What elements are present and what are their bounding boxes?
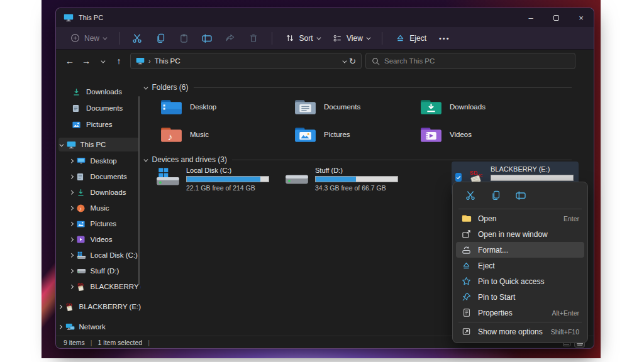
sidebar-label: BLACKBERRY (E:) [79, 303, 142, 310]
sidebar-item-documents-pinned[interactable]: Documents [72, 101, 123, 115]
menu-item-eject[interactable]: Eject [456, 258, 584, 273]
folder-tile-desktop[interactable]: Desktop [160, 95, 282, 119]
menu-divider [458, 322, 582, 322]
sidebar-item-videos[interactable]: Videos [70, 233, 112, 246]
menu-label: Pin to Quick access [478, 277, 573, 286]
folder-tile-pictures[interactable]: Pictures [294, 123, 416, 146]
folder-tile-music[interactable]: ♪ Music [160, 123, 282, 146]
sidebar-item-pictures-pinned[interactable]: Pictures [72, 118, 113, 131]
collapse-icon[interactable] [144, 85, 148, 89]
sidebar-item-downloads[interactable]: Downloads [70, 185, 126, 199]
copy-button[interactable] [486, 188, 505, 203]
refresh-icon[interactable]: ↻ [349, 57, 356, 66]
cut-button[interactable] [461, 188, 480, 203]
copy-button[interactable] [150, 30, 171, 47]
section-divider [194, 87, 572, 88]
menu-item-open[interactable]: Open Enter [456, 211, 584, 226]
chevron-right-icon[interactable] [69, 269, 73, 273]
chevron-right-icon[interactable] [69, 238, 73, 241]
forward-button[interactable]: → [79, 53, 94, 69]
status-separator: | [148, 339, 150, 346]
sidebar-label: Downloads [86, 88, 122, 96]
menu-shortcut: Shift+F10 [551, 328, 579, 336]
menu-item-open-new-window[interactable]: Open in new window [456, 226, 584, 242]
tile-label: Documents [324, 103, 360, 111]
chevron-down-icon[interactable] [60, 142, 64, 146]
maximize-button[interactable] [543, 8, 569, 27]
tile-label: Music [190, 131, 209, 138]
sidebar-item-downloads-pinned[interactable]: Downloads [72, 85, 122, 99]
folder-tile-videos[interactable]: Videos [419, 123, 542, 146]
folder-tile-downloads[interactable]: Downloads [419, 95, 542, 119]
videos-folder-icon [419, 125, 443, 145]
star-icon [461, 277, 472, 286]
sidebar-item-network[interactable]: Network [58, 320, 106, 334]
up-button[interactable]: ↑ [111, 53, 126, 69]
chevron-right-icon[interactable] [69, 206, 73, 210]
chevron-right-icon[interactable] [69, 159, 73, 163]
eject-button[interactable]: Eject [390, 30, 431, 47]
delete-button[interactable] [243, 30, 264, 47]
titlebar[interactable]: This PC – × [56, 8, 594, 27]
sidebar-item-documents[interactable]: Documents [70, 170, 127, 184]
more-options-button[interactable]: ••• [434, 31, 455, 45]
paste-button[interactable] [174, 30, 194, 47]
ellipsis-icon: ••• [439, 35, 450, 42]
sidebar-item-blackberry-e-tree[interactable]: SD BLACKBERRY (E:) [70, 280, 141, 293]
sidebar-item-music[interactable]: ♪ Music [70, 201, 109, 215]
pin-icon [461, 292, 472, 302]
sidebar-item-local-disk-c[interactable]: Local Disk (C:) [70, 248, 138, 262]
rename-button[interactable] [197, 30, 218, 47]
sidebar-item-this-pc[interactable]: This PC [58, 138, 139, 151]
chevron-down-icon [101, 58, 105, 62]
chevron-right-icon[interactable] [69, 285, 73, 288]
sidebar-item-pictures[interactable]: Pictures [70, 217, 116, 231]
menu-item-properties[interactable]: Properties Alt+Enter [456, 305, 584, 321]
context-menu: Open Enter Open in new window Format... … [452, 182, 588, 343]
sidebar-item-desktop[interactable]: Desktop [70, 154, 117, 168]
sidebar-scrollbar[interactable] [138, 96, 140, 285]
properties-icon [461, 308, 472, 317]
sidebar-item-stuff-d[interactable]: Stuff (D:) [70, 264, 119, 278]
view-button[interactable]: View [327, 30, 374, 47]
format-drive-icon [461, 245, 472, 255]
menu-item-pin-quick-access[interactable]: Pin to Quick access [456, 273, 584, 289]
search-box[interactable]: Search This PC [365, 53, 575, 69]
sidebar-item-blackberry-e[interactable]: SD BLACKBERRY (E:) [58, 300, 141, 314]
this-pc-icon [136, 57, 145, 65]
address-bar[interactable]: › This PC ↻ [130, 53, 362, 69]
menu-label: Open in new window [478, 230, 573, 239]
chevron-down-icon [103, 36, 107, 40]
check-icon [455, 174, 462, 180]
chevron-right-icon[interactable] [58, 325, 62, 329]
folders-section-header[interactable]: Folders (6) [144, 83, 572, 92]
drive-local-disk-c[interactable]: Local Disk (C:) 22.1 GB free of 214 GB [155, 167, 269, 192]
chevron-right-icon[interactable] [69, 253, 73, 257]
breadcrumb[interactable]: This PC [155, 57, 180, 65]
chevron-right-icon[interactable] [69, 175, 73, 178]
collapse-icon[interactable] [144, 157, 148, 161]
recent-locations-button[interactable] [95, 53, 110, 69]
cut-button[interactable] [127, 30, 148, 47]
rename-button[interactable] [511, 188, 530, 203]
menu-item-show-more-options[interactable]: Show more options Shift+F10 [456, 324, 584, 339]
new-button[interactable]: New [65, 30, 111, 47]
chevron-right-icon[interactable] [58, 305, 62, 309]
address-dropdown-icon[interactable] [342, 58, 346, 62]
close-button[interactable]: × [569, 8, 594, 27]
menu-item-format[interactable]: Format... [456, 242, 584, 258]
folder-icon [461, 214, 472, 222]
sd-card-icon: SD [77, 282, 87, 291]
chevron-right-icon[interactable] [69, 190, 73, 194]
drive-stuff-d[interactable]: Stuff (D:) 34.3 GB free of 66.7 GB [284, 167, 398, 192]
selection-checkbox[interactable] [455, 173, 462, 182]
minimize-button[interactable]: – [518, 8, 543, 27]
share-button[interactable] [220, 30, 241, 47]
sort-button[interactable]: Sort [280, 30, 325, 47]
chevron-right-icon[interactable] [69, 222, 73, 226]
context-menu-quick-actions [456, 185, 584, 207]
folder-tile-documents[interactable]: Documents [294, 95, 416, 119]
menu-item-pin-to-start[interactable]: Pin to Start [456, 289, 584, 305]
desktop-wallpaper: This PC – × New [42, 0, 601, 358]
back-button[interactable]: ← [62, 53, 77, 69]
